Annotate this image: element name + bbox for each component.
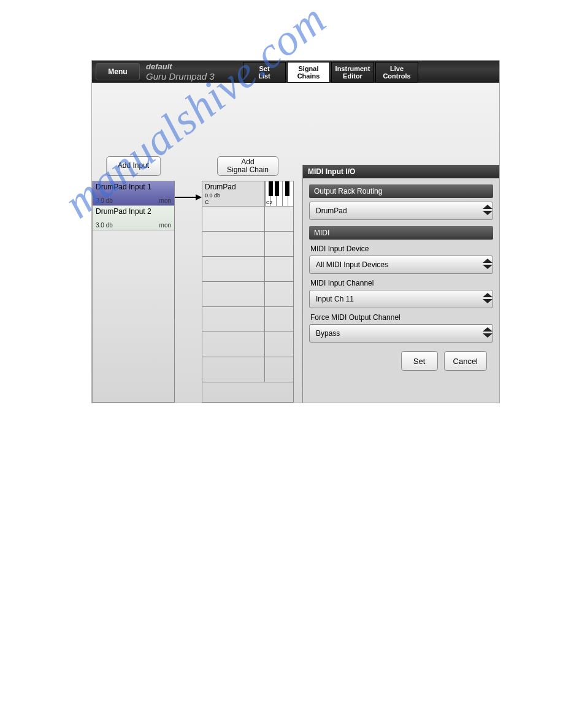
chain-row-1[interactable]: DrumPad 0.0 db C C2 [202, 181, 293, 207]
chain-cell[interactable]: DrumPad 0.0 db C [202, 181, 265, 206]
chain-row-empty[interactable] [202, 207, 293, 232]
chain-row-empty[interactable] [202, 257, 293, 282]
label-midi-input-channel: MIDI Input Channel [310, 279, 492, 287]
properties-panel: MIDI Input I/O Output Rack Routing DrumP… [302, 165, 499, 403]
dropdown-midi-input-device[interactable]: All MIDI Input Devices [309, 256, 493, 274]
chain-name: DrumPad [205, 183, 262, 191]
section-midi: MIDI [309, 226, 493, 240]
label-midi-input-device: MIDI Input Device [310, 245, 492, 253]
chains-stack: DrumPad 0.0 db C C2 [202, 181, 294, 403]
chain-row-empty[interactable] [202, 282, 293, 307]
topbar: Menu default Guru Drumpad 3 SetList Sign… [92, 61, 499, 83]
dropdown-value: Input Ch 11 [316, 295, 354, 303]
tab-bar: SetList SignalChains InstrumentEditor Li… [243, 61, 418, 83]
chain-row-empty[interactable] [202, 332, 293, 357]
cancel-button[interactable]: Cancel [444, 351, 487, 371]
input-label: DrumPad Input 2 [96, 207, 171, 216]
tab-instrument-editor[interactable]: InstrumentEditor [331, 62, 374, 83]
tab-set-list[interactable]: SetList [243, 62, 286, 83]
add-signal-chain-button[interactable]: AddSignal Chain [217, 156, 278, 176]
inputs-column: Add Input DrumPad Input 1 3.0 db mon Dru… [92, 165, 175, 403]
tab-live-controls[interactable]: LiveControls [375, 62, 418, 83]
set-button[interactable]: Set [401, 351, 438, 371]
label-force-midi-output: Force MIDI Output Channel [310, 313, 492, 322]
title-block: default Guru Drumpad 3 [144, 61, 242, 83]
keyboard-icon: C2 [265, 181, 293, 206]
chain-note: C [205, 199, 209, 205]
input-db: 3.0 db [96, 197, 113, 204]
dropdown-value: DrumPad [316, 207, 347, 215]
inputs-stack: DrumPad Input 1 3.0 db mon DrumPad Input… [92, 181, 175, 403]
input-item-2[interactable]: DrumPad Input 2 3.0 db mon [93, 206, 174, 230]
chains-column: AddSignal Chain DrumPad 0.0 db C C2 [202, 165, 294, 403]
input-mon: mon [159, 222, 171, 229]
chain-row-empty[interactable] [202, 232, 293, 257]
title-default: default [146, 62, 242, 71]
section-output-routing: Output Rack Routing [309, 184, 493, 198]
kbd-label: C2 [266, 200, 272, 205]
dropdown-midi-input-channel[interactable]: Input Ch 11 [309, 290, 493, 308]
button-row: Set Cancel [309, 343, 493, 379]
main-panels: Add Input DrumPad Input 1 3.0 db mon Dru… [92, 165, 499, 403]
chain-row-empty[interactable] [202, 307, 293, 332]
menu-button[interactable]: Menu [96, 63, 140, 80]
dropdown-output-routing[interactable]: DrumPad [309, 202, 493, 220]
dropdown-force-midi-output[interactable]: Bypass [309, 324, 493, 343]
add-input-button[interactable]: Add Input [106, 156, 161, 176]
input-item-1[interactable]: DrumPad Input 1 3.0 db mon [93, 181, 174, 206]
dropdown-value: All MIDI Input Devices [316, 260, 388, 269]
input-db: 3.0 db [96, 222, 113, 229]
dropdown-value: Bypass [316, 329, 340, 338]
input-mon: mon [159, 197, 171, 204]
chain-db: 0.0 db [205, 192, 220, 199]
chain-row-empty[interactable] [202, 357, 293, 382]
app-window: Menu default Guru Drumpad 3 SetList Sign… [91, 60, 500, 403]
tab-signal-chains[interactable]: SignalChains [287, 62, 330, 83]
title-subtitle: Guru Drumpad 3 [146, 71, 242, 82]
panel-header: MIDI Input I/O [303, 165, 499, 178]
input-label: DrumPad Input 1 [96, 183, 171, 191]
